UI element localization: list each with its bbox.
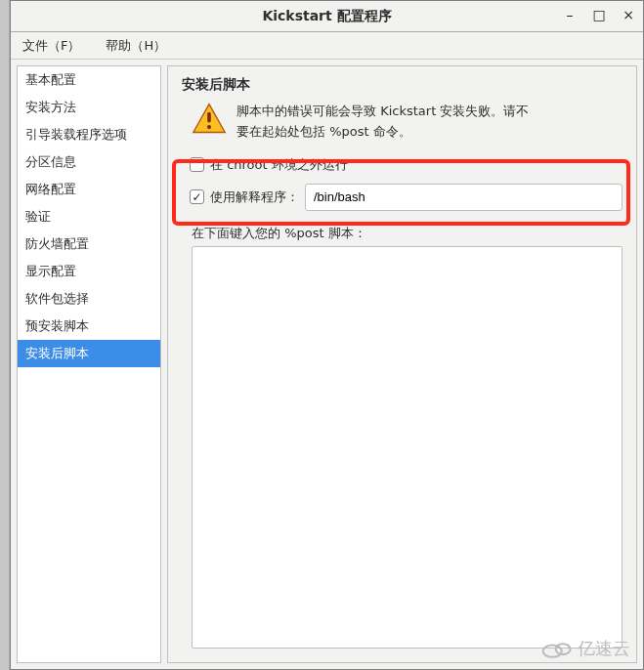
chroot-label: 在 chroot 环境之外运行 (210, 156, 348, 174)
sidebar-item-packages[interactable]: 软件包选择 (18, 285, 160, 313)
menubar: 文件（F） 帮助（H） (11, 32, 643, 60)
window-controls: – □ × (561, 8, 637, 25)
svg-point-2 (207, 125, 211, 129)
sidebar-item-firewall[interactable]: 防火墙配置 (18, 230, 160, 258)
window-title: Kickstart 配置程序 (11, 8, 643, 25)
menu-file[interactable]: 文件（F） (17, 35, 86, 57)
close-button[interactable]: × (620, 8, 637, 25)
sidebar-item-network[interactable]: 网络配置 (18, 176, 160, 203)
interpreter-checkbox[interactable] (190, 189, 204, 204)
sidebar-item-basic[interactable]: 基本配置 (18, 66, 160, 94)
sidebar-item-auth[interactable]: 验证 (18, 203, 160, 230)
chroot-row: 在 chroot 环境之外运行 (182, 152, 623, 178)
desktop-left-strip (0, 0, 10, 670)
interpreter-row: 使用解释程序： (182, 178, 623, 217)
interpreter-label: 使用解释程序： (210, 188, 299, 206)
warning-line2: 要在起始处包括 %post 命令。 (236, 122, 529, 143)
interpreter-input[interactable] (305, 184, 623, 211)
main-panel: 安装后脚本 脚本中的错误可能会导致 Kickstart 安装失败。请不 要在起始… (167, 65, 637, 663)
sidebar-item-display[interactable]: 显示配置 (18, 258, 160, 285)
minimize-button[interactable]: – (561, 8, 579, 25)
chroot-checkbox[interactable] (190, 157, 204, 172)
svg-rect-1 (207, 112, 211, 123)
warning-text: 脚本中的错误可能会导致 Kickstart 安装失败。请不 要在起始处包括 %p… (236, 102, 529, 143)
content-area: 基本配置 安装方法 引导装载程序选项 分区信息 网络配置 验证 防火墙配置 显示… (11, 60, 643, 669)
sidebar-item-partition[interactable]: 分区信息 (18, 148, 160, 176)
section-title: 安装后脚本 (182, 76, 623, 94)
sidebar-item-post-script[interactable]: 安装后脚本 (18, 340, 160, 367)
script-prompt-label: 在下面键入您的 %post 脚本： (182, 217, 623, 246)
script-textarea[interactable] (192, 246, 623, 649)
warning-row: 脚本中的错误可能会导致 Kickstart 安装失败。请不 要在起始处包括 %p… (182, 102, 623, 143)
sidebar-item-bootloader[interactable]: 引导装载程序选项 (18, 121, 160, 148)
sidebar-item-install-method[interactable]: 安装方法 (18, 94, 160, 121)
warning-icon (192, 102, 227, 140)
warning-line1: 脚本中的错误可能会导致 Kickstart 安装失败。请不 (236, 102, 529, 122)
app-window: Kickstart 配置程序 – □ × 文件（F） 帮助（H） 基本配置 安装… (10, 0, 644, 670)
maximize-button[interactable]: □ (590, 8, 608, 25)
menu-help[interactable]: 帮助（H） (100, 35, 172, 57)
sidebar: 基本配置 安装方法 引导装载程序选项 分区信息 网络配置 验证 防火墙配置 显示… (17, 65, 161, 663)
titlebar: Kickstart 配置程序 – □ × (11, 1, 643, 32)
sidebar-item-pre-script[interactable]: 预安装脚本 (18, 313, 160, 340)
